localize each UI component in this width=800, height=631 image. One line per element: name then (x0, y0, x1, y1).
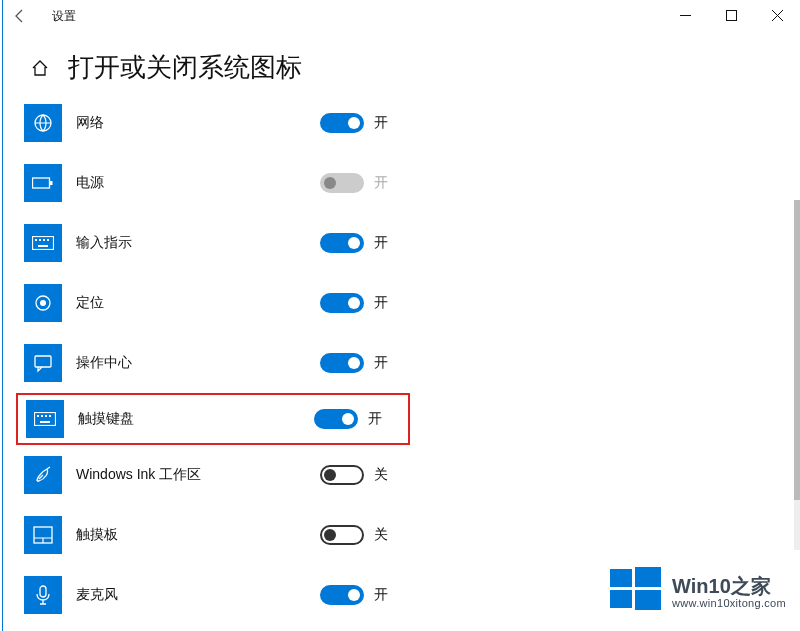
setting-label: 触摸板 (76, 526, 276, 544)
svg-rect-24 (635, 590, 661, 610)
battery-icon (24, 164, 62, 202)
watermark-title: Win10之家 (672, 575, 786, 597)
keyboard-icon (24, 224, 62, 262)
svg-rect-7 (43, 239, 45, 241)
svg-point-11 (40, 300, 46, 306)
setting-label: 触摸键盘 (78, 410, 278, 428)
toggle-state-label: 关 (374, 466, 388, 484)
setting-row-ime: 输入指示开 (24, 213, 800, 273)
setting-label: 麦克风 (76, 586, 276, 604)
maximize-icon (726, 10, 737, 21)
setting-row-action-center: 操作中心开 (24, 333, 800, 393)
toggle-power (320, 173, 364, 193)
setting-label: 操作中心 (76, 354, 276, 372)
toggle-ime[interactable] (320, 233, 364, 253)
svg-rect-17 (49, 415, 51, 417)
setting-label: 输入指示 (76, 234, 276, 252)
toggle-state-label: 开 (374, 354, 388, 372)
setting-row-ink: Windows Ink 工作区关 (24, 445, 800, 505)
pen-icon (24, 456, 62, 494)
globe-icon (24, 104, 62, 142)
toggle-state-label: 开 (374, 234, 388, 252)
svg-rect-2 (33, 178, 50, 188)
svg-rect-8 (47, 239, 49, 241)
setting-row-touch-kbd: 触摸键盘开 (16, 393, 410, 445)
arrow-left-icon (12, 8, 28, 24)
titlebar: 设置 (0, 0, 800, 32)
app-title: 设置 (52, 8, 76, 25)
keyboard-icon (26, 400, 64, 438)
toggle-state-label: 开 (374, 114, 388, 132)
setting-row-touchpad: 触摸板关 (24, 505, 800, 565)
watermark: Win10之家 www.win10xitong.com (608, 563, 786, 621)
touchpad-icon (24, 516, 62, 554)
svg-rect-14 (37, 415, 39, 417)
toggle-state-label: 开 (368, 410, 382, 428)
svg-rect-18 (40, 421, 50, 423)
toggle-location[interactable] (320, 293, 364, 313)
svg-rect-23 (610, 590, 632, 608)
scrollbar-thumb[interactable] (794, 200, 800, 500)
toggle-state-label: 关 (374, 526, 388, 544)
toggle-state-label: 开 (374, 294, 388, 312)
svg-rect-13 (35, 413, 56, 426)
setting-label: Windows Ink 工作区 (76, 466, 276, 484)
windows-logo-icon (608, 563, 662, 621)
window-controls (662, 0, 800, 30)
setting-label: 电源 (76, 174, 276, 192)
toggle-touchpad[interactable] (320, 525, 364, 545)
watermark-url: www.win10xitong.com (672, 597, 786, 609)
location-icon (24, 284, 62, 322)
minimize-icon (680, 10, 691, 21)
setting-row-power: 电源开 (24, 153, 800, 213)
svg-rect-9 (38, 245, 48, 247)
close-icon (772, 10, 783, 21)
toggle-touch-kbd[interactable] (314, 409, 358, 429)
svg-rect-4 (33, 237, 54, 250)
setting-row-network: 网络开 (24, 93, 800, 153)
scrollbar[interactable] (794, 200, 800, 550)
svg-rect-22 (635, 567, 661, 587)
setting-label: 定位 (76, 294, 276, 312)
svg-rect-0 (726, 10, 736, 20)
svg-rect-21 (610, 569, 632, 587)
settings-list: 网络开电源开输入指示开定位开操作中心开触摸键盘开Windows Ink 工作区关… (0, 93, 800, 625)
toggle-mic[interactable] (320, 585, 364, 605)
svg-rect-16 (45, 415, 47, 417)
close-button[interactable] (754, 0, 800, 30)
toggle-state-label: 开 (374, 174, 388, 192)
maximize-button[interactable] (708, 0, 754, 30)
setting-row-location: 定位开 (24, 273, 800, 333)
svg-rect-12 (35, 356, 51, 367)
toggle-ink[interactable] (320, 465, 364, 485)
toggle-network[interactable] (320, 113, 364, 133)
svg-rect-20 (40, 586, 46, 597)
svg-rect-15 (41, 415, 43, 417)
svg-rect-5 (35, 239, 37, 241)
svg-rect-3 (50, 181, 53, 185)
toggle-state-label: 开 (374, 586, 388, 604)
minimize-button[interactable] (662, 0, 708, 30)
toggle-action-center[interactable] (320, 353, 364, 373)
back-button[interactable] (12, 8, 52, 24)
setting-label: 网络 (76, 114, 276, 132)
mic-icon (24, 576, 62, 614)
svg-rect-6 (39, 239, 41, 241)
chat-icon (24, 344, 62, 382)
